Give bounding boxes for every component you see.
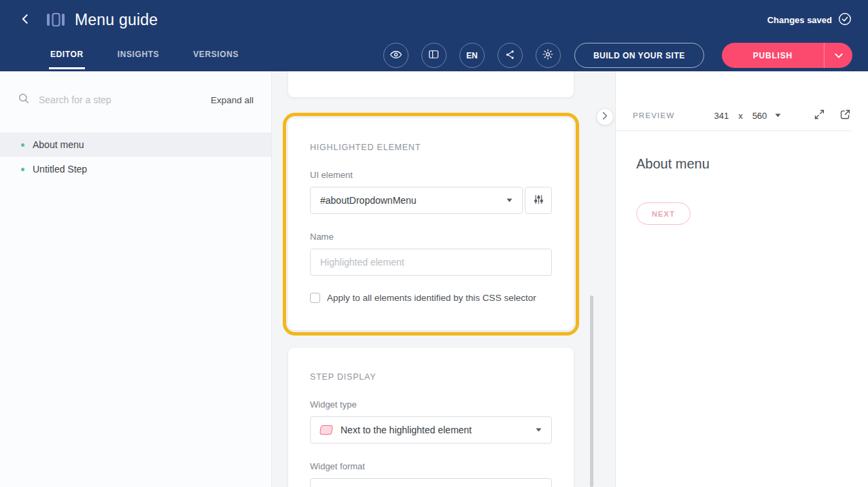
preview-panel: PREVIEW 341 x 560 About menu NEXT — [615, 71, 868, 487]
steps-sidebar: Expand all About menu Untitled Step — [0, 71, 272, 487]
chevron-down-icon — [536, 428, 542, 432]
page-title: Menu guide — [75, 11, 158, 29]
ui-element-label: UI element — [310, 170, 552, 181]
tab-insights[interactable]: INSIGHTS — [116, 39, 160, 69]
publish-button[interactable]: PUBLISH — [722, 43, 824, 68]
widget-type-select-value: Next to the highlighted element — [341, 425, 472, 435]
chevron-left-icon — [19, 12, 33, 28]
layout-icon — [428, 48, 440, 62]
apply-all-checkbox[interactable] — [310, 293, 320, 303]
card-partial-top — [288, 71, 574, 97]
share-button[interactable] — [498, 43, 523, 68]
eye-icon — [389, 48, 402, 63]
expand-icon — [814, 109, 825, 122]
step-bullet — [21, 168, 24, 171]
chevron-down-icon — [835, 50, 843, 60]
tab-versions[interactable]: VERSIONS — [192, 39, 240, 69]
gear-icon — [542, 48, 554, 62]
step-list: About menu Untitled Step — [0, 132, 271, 181]
check-circle-icon — [838, 12, 852, 28]
settings-button[interactable] — [536, 43, 561, 68]
preview-size-separator: x — [738, 111, 743, 121]
apply-all-checkbox-label: Apply to all elements identified by this… — [327, 293, 536, 303]
section-title: HIGHLIGHTED ELEMENT — [310, 143, 552, 152]
widget-format-select[interactable] — [310, 478, 552, 487]
preview-width-value: 341 — [714, 111, 729, 121]
element-name-input[interactable] — [310, 249, 552, 276]
editor-scrollbar[interactable] — [590, 295, 593, 487]
preview-eye-button[interactable] — [383, 43, 409, 68]
share-icon — [504, 49, 516, 62]
preview-title: PREVIEW — [633, 111, 674, 120]
chevron-right-icon — [602, 111, 608, 122]
tab-editor[interactable]: EDITOR — [49, 39, 85, 69]
open-in-new-tab-button[interactable] — [839, 109, 851, 122]
publish-split-button: PUBLISH — [722, 43, 852, 68]
changes-saved-label: Changes saved — [767, 15, 832, 25]
chevron-down-icon — [775, 113, 781, 118]
ui-element-select-value: #aboutDropdownMenu — [320, 195, 417, 206]
language-button[interactable]: EN — [459, 43, 485, 68]
editor-panel: HIGHLIGHTED ELEMENT UI element #aboutDro… — [272, 71, 615, 487]
changes-saved-status: Changes saved — [767, 12, 852, 28]
fullscreen-button[interactable] — [814, 109, 825, 122]
preview-next-button[interactable]: NEXT — [636, 202, 691, 225]
preview-size-selector[interactable]: 341 x 560 — [714, 111, 781, 121]
search-icon — [18, 92, 30, 107]
preview-step-heading: About menu — [636, 156, 710, 172]
ui-element-select[interactable]: #aboutDropdownMenu — [310, 187, 523, 214]
section-title: STEP DISPLAY — [310, 372, 552, 382]
element-picker-button[interactable] — [525, 187, 552, 214]
step-item-untitled-step[interactable]: Untitled Step — [0, 157, 271, 181]
layout-toggle-button[interactable] — [421, 43, 447, 68]
highlighted-element-card: HIGHLIGHTED ELEMENT UI element #aboutDro… — [288, 118, 574, 330]
build-on-your-site-button[interactable]: BUILD ON YOUR SITE — [574, 43, 704, 68]
publish-dropdown-button[interactable] — [824, 43, 852, 68]
external-link-icon — [839, 109, 851, 122]
preview-header: PREVIEW 341 x 560 — [616, 101, 851, 131]
step-label: Untitled Step — [33, 164, 87, 175]
expand-all-link[interactable]: Expand all — [211, 95, 254, 105]
collapse-preview-button[interactable] — [596, 108, 614, 126]
preview-height-value: 560 — [752, 111, 767, 121]
widget-type-select[interactable]: Next to the highlighted element — [310, 416, 552, 444]
step-display-card: STEP DISPLAY Widget type Next to the hig… — [288, 348, 574, 487]
chevron-down-icon — [506, 198, 513, 202]
sliders-icon — [533, 194, 544, 207]
step-bullet — [21, 143, 24, 147]
navbar-actions: EN BUILD ON YOUR SITE PUBLISH — [383, 39, 852, 71]
widget-format-label: Widget format — [310, 461, 552, 472]
editor-tabs: EDITOR INSIGHTS VERSIONS — [49, 39, 240, 71]
widget-type-icon — [319, 425, 333, 435]
highlighted-element-card-ring: HIGHLIGHTED ELEMENT UI element #aboutDro… — [283, 113, 579, 336]
step-label: About menu — [33, 139, 84, 150]
guide-logo-icon — [46, 12, 65, 28]
step-item-about-menu[interactable]: About menu — [0, 132, 271, 157]
search-input[interactable] — [39, 94, 147, 105]
back-button[interactable] — [15, 9, 37, 31]
top-navbar: Menu guide Changes saved EDITOR INSIGHTS… — [0, 0, 868, 71]
widget-type-label: Widget type — [310, 399, 552, 410]
name-label: Name — [310, 232, 552, 242]
